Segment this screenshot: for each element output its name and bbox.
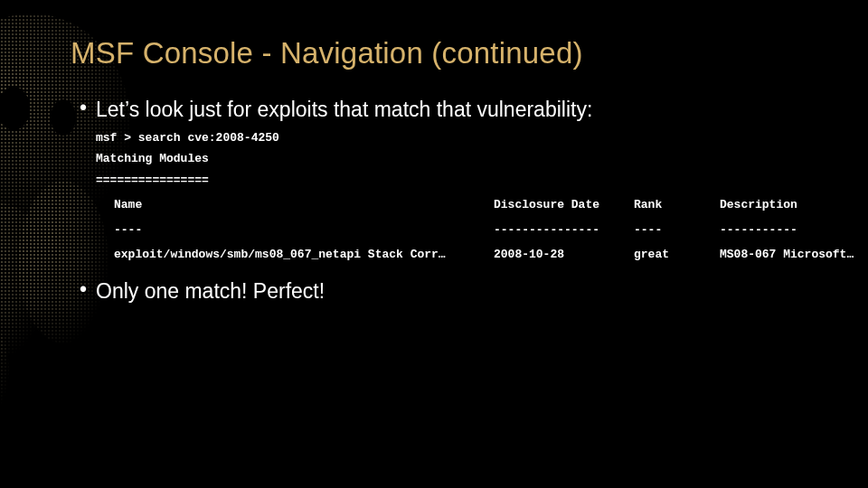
table-dash-row: ---- --------------- ---- ----------- (114, 218, 868, 242)
cell-rank: great (634, 242, 720, 267)
col-dash-name: ---- (114, 218, 494, 242)
col-header-name: Name (114, 192, 494, 217)
slide-title: MSF Console - Navigation (continued) (71, 36, 814, 70)
terminal-command: msf > search cve:2008-4250 (96, 127, 814, 148)
cell-date: 2008-10-28 (494, 242, 634, 267)
col-dash-desc: ----------- (720, 218, 868, 242)
col-header-desc: Description (720, 192, 868, 217)
terminal-header: Matching Modules (96, 148, 814, 169)
bullet-2: Only one match! Perfect! (80, 279, 814, 304)
table-row: exploit/windows/smb/ms08_067_netapi Stac… (114, 242, 868, 267)
col-dash-date: --------------- (494, 218, 634, 242)
modules-table: Name Disclosure Date Rank Description --… (114, 192, 868, 267)
cell-desc: MS08-067 Microsoft… (720, 242, 868, 267)
col-header-rank: Rank (634, 192, 720, 217)
cell-name: exploit/windows/smb/ms08_067_netapi Stac… (114, 242, 494, 267)
terminal-divider: ================ (96, 170, 814, 191)
bullet-list-2: Only one match! Perfect! (71, 279, 814, 304)
slide-content: MSF Console - Navigation (continued) Let… (0, 0, 868, 488)
col-header-date: Disclosure Date (494, 192, 634, 217)
table-header-row: Name Disclosure Date Rank Description (114, 192, 868, 217)
terminal-output: msf > search cve:2008-4250 Matching Modu… (71, 127, 814, 267)
bullet-list: Let’s look just for exploits that match … (71, 98, 814, 122)
bullet-1: Let’s look just for exploits that match … (80, 98, 814, 122)
col-dash-rank: ---- (634, 218, 720, 242)
